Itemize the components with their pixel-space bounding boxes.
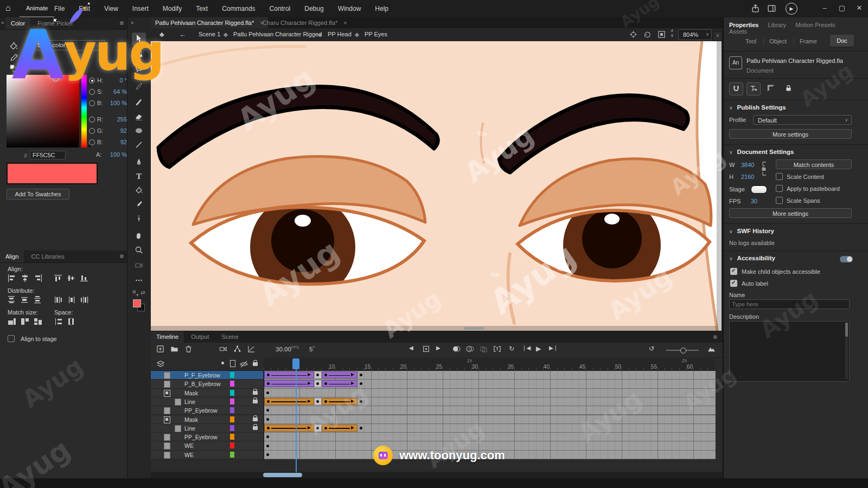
edit-multiple-frames-icon[interactable] (480, 345, 488, 352)
menu-file[interactable]: File (54, 5, 65, 12)
layer-row[interactable]: WE (151, 441, 263, 450)
step-forward-icon[interactable]: ▶❘ (549, 345, 558, 351)
blue-field[interactable]: B:92 (89, 139, 127, 147)
subtab-tool[interactable]: Tool (740, 38, 762, 44)
alpha-field[interactable]: A:100 % (89, 151, 127, 160)
default-colors-icon[interactable] (9, 64, 18, 73)
profile-dropdown[interactable]: Default ∨ (753, 115, 852, 125)
playhead[interactable] (292, 358, 299, 369)
width-value[interactable]: 3840 (741, 162, 754, 168)
snap-toggle-icon[interactable] (132, 290, 139, 297)
make-child-accessible-checkbox[interactable] (730, 268, 737, 275)
layer-frames-row[interactable] (264, 415, 716, 423)
menu-insert[interactable]: Insert (132, 5, 149, 12)
back-icon[interactable]: ← (179, 30, 186, 38)
auto-label-checkbox[interactable] (730, 280, 737, 287)
panel-menu-icon[interactable]: ≡ (119, 19, 124, 27)
next-keyframe-icon[interactable]: ▶ (436, 345, 441, 351)
timeline-zoom-knob[interactable] (680, 348, 686, 354)
layer-frames-row[interactable] (264, 371, 716, 379)
saturation-field[interactable]: S:64 % (89, 88, 127, 97)
layer-frames-row[interactable] (264, 389, 716, 397)
edit-symbols-icon[interactable]: ♣ (159, 30, 164, 38)
snap-options-icon[interactable] (746, 82, 761, 95)
align-left-icon[interactable] (8, 274, 16, 282)
dist-left-icon[interactable] (54, 296, 63, 304)
layer-row[interactable]: Line (151, 397, 263, 406)
auto-label-option[interactable]: Auto label (730, 280, 768, 287)
color-picker-marker[interactable] (53, 76, 58, 81)
color-preview-swatch[interactable] (7, 163, 98, 184)
layer-frames-row[interactable] (264, 406, 716, 414)
clip-content-icon[interactable] (658, 30, 666, 38)
new-layer-icon[interactable] (156, 345, 164, 353)
menu-view[interactable]: View (104, 5, 118, 12)
ruler-icon[interactable] (764, 82, 778, 95)
hue-slider[interactable] (81, 75, 87, 147)
layer-row[interactable]: PP_Eyebrow (151, 406, 263, 415)
canvas-hscrollbar-handle[interactable] (464, 327, 484, 330)
window-minimize-button[interactable]: – (816, 0, 833, 17)
green-radio[interactable] (89, 128, 95, 134)
zoom-tool[interactable] (132, 244, 146, 257)
pen-tool[interactable] (132, 156, 146, 169)
match-width-icon[interactable] (8, 318, 16, 325)
workspace-layout-icon[interactable] (767, 4, 776, 13)
space-vertical-icon[interactable] (54, 318, 63, 325)
layer-color-swatch[interactable] (230, 452, 234, 458)
prev-keyframe-icon[interactable]: ◀ (409, 345, 413, 351)
green-field[interactable]: G:92 (89, 127, 127, 136)
red-field[interactable]: R:255 (89, 116, 127, 125)
app-name[interactable]: Animate (20, 0, 54, 17)
lasso-tool[interactable] (132, 63, 146, 76)
dist-bottom-icon[interactable] (34, 296, 42, 304)
loop-playback-icon[interactable]: ↻ (509, 345, 514, 352)
layer-color-swatch[interactable] (230, 390, 234, 396)
scale-content-option[interactable]: Scale Content (776, 173, 824, 180)
fill-color-icon[interactable] (9, 41, 18, 51)
graph-editor-icon[interactable] (247, 345, 256, 353)
description-textarea[interactable] (729, 321, 850, 382)
menu-commands[interactable]: Commands (222, 5, 255, 12)
fps-display[interactable]: 30.00FPS (276, 345, 299, 352)
align-to-stage-checkbox[interactable] (8, 335, 15, 342)
menu-text[interactable]: Text (196, 5, 208, 12)
layer-color-swatch[interactable] (230, 425, 234, 431)
play-button[interactable]: ▶ (536, 345, 541, 352)
menu-window[interactable]: Window (338, 5, 361, 12)
delete-layer-icon[interactable] (184, 345, 193, 353)
match-both-icon[interactable] (34, 318, 42, 325)
layer-frames-row[interactable] (264, 380, 716, 388)
layer-frames-row[interactable] (264, 397, 716, 406)
breadcrumb-scene[interactable]: Scene 1 (199, 31, 220, 37)
menu-help[interactable]: Help (375, 5, 388, 12)
tab-color[interactable]: Color (5, 17, 30, 29)
brightness-radio[interactable] (89, 100, 95, 106)
collapse-dock-icon[interactable]: « (1, 20, 4, 25)
document-settings-header[interactable]: ∨Document Settings (729, 149, 794, 155)
snap-magnet-icon[interactable] (729, 82, 743, 95)
menu-edit[interactable]: Edit (79, 5, 90, 12)
loop-range-icon[interactable] (493, 345, 501, 352)
eraser-tool[interactable] (132, 111, 146, 124)
lock-icon[interactable] (253, 391, 258, 395)
asset-warp-tool[interactable] (132, 213, 146, 226)
lock-icon[interactable] (253, 400, 258, 403)
camera-tool[interactable] (132, 259, 146, 272)
canvas-vscrollbar[interactable] (717, 41, 722, 326)
menu-debug[interactable]: Debug (304, 5, 323, 12)
fill-stroke-swatches[interactable] (133, 299, 145, 311)
panel-menu-icon[interactable]: ≡ (713, 333, 717, 341)
breadcrumb-symbol-1[interactable]: Patlu Pehlvaan Character Rigged (233, 31, 322, 37)
timeline-hscrollbar[interactable] (151, 472, 723, 478)
subtab-doc[interactable]: Doc (830, 35, 854, 47)
saturation-radio[interactable] (89, 89, 95, 95)
scale-spans-checkbox[interactable] (776, 197, 783, 204)
tab-library[interactable]: Library (768, 22, 786, 28)
make-child-accessible-option[interactable]: Make child objects accessible (730, 268, 820, 275)
align-right-icon[interactable] (34, 274, 42, 282)
timeline-hscrollbar-handle[interactable] (263, 473, 302, 477)
tab-assets[interactable]: Assets (729, 28, 747, 35)
scale-content-checkbox[interactable] (776, 173, 783, 180)
add-camera-icon[interactable] (219, 345, 227, 353)
